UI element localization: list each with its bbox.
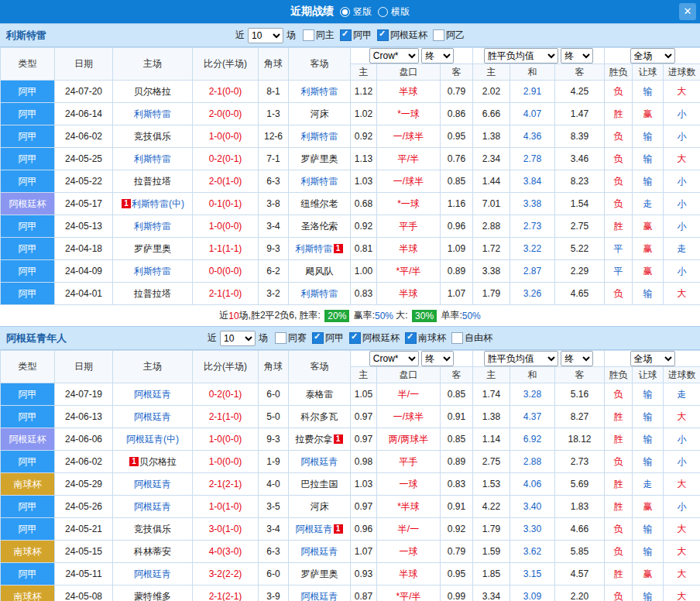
asian-home-odds: 1.07: [351, 541, 377, 563]
sub-header-result: 胜负: [605, 367, 633, 383]
handicap-cell: 半球: [377, 563, 441, 586]
filter-checkbox[interactable]: 同赛: [275, 331, 307, 345]
odds-company-select[interactable]: Crow*: [369, 48, 419, 64]
checkbox-checked-icon[interactable]: [377, 29, 389, 41]
checkbox-checked-icon[interactable]: [349, 332, 361, 344]
summary-text: 10: [228, 311, 238, 321]
filter-checkbox[interactable]: 同主: [303, 29, 335, 42]
result-handicap: 赢: [633, 563, 664, 586]
checkbox-unchecked-icon[interactable]: [433, 29, 444, 41]
europe-stage-select[interactable]: 终: [561, 48, 593, 64]
filter-checkbox[interactable]: 自由杯: [451, 331, 492, 345]
match-count-select[interactable]: 10: [220, 331, 256, 346]
euro-home-odds: 1.79: [473, 283, 510, 305]
handicap-cell: *一球: [377, 103, 441, 125]
score-cell: 1-0(0-0): [193, 428, 259, 451]
match-date: 24-05-15: [55, 541, 113, 563]
team-name: 阿根廷青: [134, 568, 171, 579]
score-cell: 2-0(1-0): [193, 170, 259, 193]
layout-vertical-radio[interactable]: 竖版: [340, 5, 372, 19]
layout-horizontal-label: 横版: [391, 5, 410, 19]
match-scope-select[interactable]: 全场: [630, 351, 675, 366]
section-argentinos: 阿根廷青年人 近 10 场 同赛阿甲阿根廷杯南球杯自由杯 类型 日期 主场 比分…: [0, 326, 700, 601]
europe-dropdown-group: 胜平负均值 终: [473, 351, 605, 367]
layout-horizontal-radio[interactable]: 横版: [378, 5, 410, 19]
home-team-cell: 拉普拉塔: [113, 283, 193, 305]
filter-checkbox[interactable]: 阿甲: [312, 331, 344, 345]
red-card-badge: 1: [334, 244, 343, 253]
euro-away-odds: 4.66: [555, 518, 605, 541]
league-badge: 阿甲: [1, 125, 55, 148]
result-goals: 大: [664, 586, 700, 601]
filter-checkbox[interactable]: 阿根廷杯: [349, 331, 400, 345]
asian-home-odds: 1.00: [351, 260, 377, 283]
result-outcome: 负: [605, 451, 633, 473]
league-badge: 阿甲: [1, 283, 55, 305]
sub-header-asian-home: 主: [351, 367, 377, 383]
team-name: 河床: [311, 108, 329, 119]
corner-cell: 6-0: [259, 563, 289, 586]
filter-checkbox[interactable]: 阿乙: [433, 29, 465, 42]
match-row: 阿甲 24-07-19 阿根廷青 0-2(0-1) 6-0 泰格雷 1.05 半…: [1, 383, 700, 406]
col-header-home: 主场: [113, 351, 193, 383]
result-goals: 大: [664, 563, 700, 586]
away-team-cell: 利斯特雷: [289, 125, 351, 148]
handicap-cell: 半/一: [377, 383, 441, 406]
result-outcome: 胜: [605, 103, 633, 125]
odds-stage-select[interactable]: 终: [421, 48, 454, 64]
asian-away-odds: 0.91: [441, 496, 473, 518]
section-header: 阿根廷青年人 近 10 场 同赛阿甲阿根廷杯南球杯自由杯: [0, 326, 700, 350]
asian-home-odds: 0.97: [351, 496, 377, 518]
team-name: 竞技俱乐: [134, 524, 171, 534]
checkbox-checked-icon[interactable]: [312, 332, 324, 344]
radio-checked-icon: [340, 7, 350, 17]
europe-odds-select[interactable]: 胜平负均值: [484, 351, 558, 366]
team-name: 泰格雷: [306, 389, 334, 400]
filter-checkbox[interactable]: 阿甲: [340, 29, 372, 42]
europe-stage-select[interactable]: 终: [561, 351, 593, 366]
filter-checkbox[interactable]: 南球杯: [405, 331, 446, 345]
score-cell: 2-1(1-0): [193, 406, 259, 428]
odds-stage-select[interactable]: 终: [421, 351, 454, 366]
result-handicap: 赢: [633, 103, 664, 125]
summary-text: 单率:: [438, 309, 462, 322]
checkbox-checked-icon[interactable]: [340, 29, 352, 41]
match-row: 阿甲 24-05-22 拉普拉塔 2-0(1-0) 6-3 利斯特雷 1.03 …: [1, 170, 700, 193]
euro-draw-odds: 3.26: [510, 283, 555, 305]
match-row: 阿甲 24-06-14 利斯特雷 2-0(0-0) 1-3 河床 1.02 *一…: [1, 103, 700, 125]
euro-away-odds: 8.39: [555, 125, 605, 148]
checkbox-unchecked-icon[interactable]: [275, 332, 287, 344]
summary-text: 50%: [462, 311, 481, 321]
col-header-date: 日期: [55, 351, 113, 383]
score-cell: 0-2(0-1): [193, 383, 259, 406]
match-scope-select[interactable]: 全场: [630, 48, 675, 64]
match-row: 阿甲 24-05-13 利斯特雷 1-0(0-0) 3-4 圣洛伦索 0.92 …: [1, 215, 700, 238]
away-team-cell: 利斯特雷1: [289, 238, 351, 260]
red-card-badge: 1: [122, 199, 131, 208]
league-filter-checkboxes: 同赛阿甲阿根廷杯南球杯自由杯: [275, 331, 492, 345]
home-team-cell: 阿根廷青: [113, 383, 193, 406]
europe-odds-select[interactable]: 胜平负均值: [484, 48, 558, 64]
match-date: 24-05-11: [55, 563, 113, 586]
corner-cell: 1-3: [259, 103, 289, 125]
red-card-badge: 1: [334, 434, 343, 444]
away-team-cell: 纽维尔老: [289, 193, 351, 215]
filter-checkbox-label: 阿甲: [353, 29, 372, 42]
asian-home-odds: 1.13: [351, 148, 377, 170]
radio-unchecked-icon: [378, 7, 388, 17]
away-team-cell: 罗萨里奥: [289, 563, 351, 586]
checkbox-unchecked-icon[interactable]: [303, 29, 314, 41]
odds-company-select[interactable]: Crow*: [369, 351, 419, 366]
col-header-date: 日期: [55, 48, 113, 81]
checkbox-checked-icon[interactable]: [405, 332, 417, 344]
corner-cell: 6-3: [259, 541, 289, 563]
filter-checkbox-label: 自由杯: [465, 331, 492, 345]
filter-checkbox[interactable]: 阿根廷杯: [377, 29, 427, 42]
close-button[interactable]: ✕: [679, 3, 696, 20]
match-count-select[interactable]: 10: [248, 28, 283, 43]
asian-home-odds: 0.98: [351, 451, 377, 473]
checkbox-unchecked-icon[interactable]: [451, 332, 463, 344]
euro-away-odds: 4.57: [555, 563, 605, 586]
result-outcome: 胜: [605, 215, 633, 238]
result-outcome: 胜: [605, 428, 633, 451]
